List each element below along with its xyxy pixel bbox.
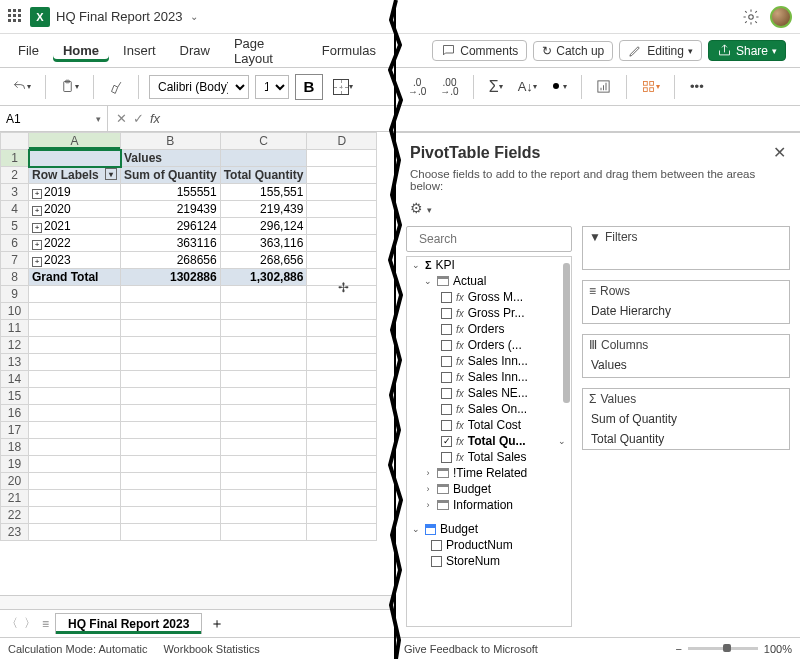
cell[interactable] — [307, 184, 377, 201]
name-box-chevron-icon[interactable]: ▾ — [96, 114, 101, 124]
cell[interactable] — [307, 252, 377, 269]
row-header[interactable]: 13 — [1, 354, 29, 371]
document-title-chevron-icon[interactable]: ⌄ — [190, 11, 198, 22]
formula-input[interactable] — [168, 106, 394, 131]
field-checkbox[interactable] — [441, 372, 452, 383]
decimal-tool-icon[interactable]: .0→.0 — [404, 74, 430, 100]
cell[interactable] — [307, 235, 377, 252]
expand-icon[interactable]: + — [32, 240, 42, 250]
cell[interactable] — [307, 201, 377, 218]
more-commands-button[interactable]: ••• — [685, 74, 709, 100]
row-header[interactable]: 14 — [1, 371, 29, 388]
feedback-link[interactable]: Give Feedback to Microsoft — [404, 643, 538, 655]
values-zone-item[interactable]: Total Quantity — [583, 429, 789, 449]
rows-drop-zone[interactable]: ≡Rows Date Hierarchy — [582, 280, 790, 324]
tab-page-layout[interactable]: Page Layout — [224, 32, 308, 70]
field-checkbox[interactable] — [431, 540, 442, 551]
cell[interactable]: Total Quantity — [220, 167, 307, 184]
cell[interactable]: Values — [121, 150, 221, 167]
rows-zone-item[interactable]: Date Hierarchy — [583, 301, 789, 321]
calc-mode-label[interactable]: Calculation Mode: Automatic — [8, 643, 147, 655]
cell[interactable]: 268656 — [121, 252, 221, 269]
field-search[interactable] — [406, 226, 572, 252]
cell[interactable] — [307, 218, 377, 235]
cell[interactable] — [307, 167, 377, 184]
pivot-pane-settings-icon[interactable]: ⚙ — [410, 200, 423, 216]
tree-scrollbar[interactable] — [563, 263, 570, 403]
bold-button[interactable]: B — [295, 74, 323, 100]
field-checkbox[interactable] — [441, 388, 452, 399]
cell[interactable] — [307, 269, 377, 286]
row-header[interactable]: 4 — [1, 201, 29, 218]
row-header[interactable]: 1 — [1, 150, 29, 167]
field-checkbox[interactable] — [441, 324, 452, 335]
sheet-nav-prev-icon[interactable]: 〈 — [6, 615, 18, 632]
zoom-level-label[interactable]: 100% — [764, 643, 792, 655]
col-header-c[interactable]: C — [220, 133, 307, 150]
col-header-d[interactable]: D — [307, 133, 377, 150]
cell[interactable] — [29, 150, 121, 167]
cell[interactable]: +2022 — [29, 235, 121, 252]
row-header[interactable]: 9 — [1, 286, 29, 303]
cell[interactable]: 1302886 — [121, 269, 221, 286]
cell[interactable]: 268,656 — [220, 252, 307, 269]
undo-button[interactable]: ▾ — [8, 74, 35, 100]
document-title[interactable]: HQ Final Report 2023 — [56, 9, 182, 24]
row-header[interactable]: 23 — [1, 524, 29, 541]
row-header[interactable]: 6 — [1, 235, 29, 252]
row-header[interactable]: 18 — [1, 439, 29, 456]
row-header[interactable]: 12 — [1, 337, 29, 354]
font-size-select[interactable]: 11 — [255, 75, 289, 99]
accept-formula-icon[interactable]: ✓ — [133, 111, 144, 126]
row-header[interactable]: 10 — [1, 303, 29, 320]
all-sheets-icon[interactable]: ≡ — [42, 617, 49, 631]
row-header[interactable]: 21 — [1, 490, 29, 507]
share-button[interactable]: Share▾ — [708, 40, 786, 61]
name-box[interactable]: ▾ — [0, 106, 108, 131]
add-sheet-button[interactable]: ＋ — [208, 615, 226, 633]
tab-draw[interactable]: Draw — [170, 39, 220, 62]
cell[interactable]: +2021 — [29, 218, 121, 235]
expand-icon[interactable]: + — [32, 189, 42, 199]
field-checkbox[interactable] — [441, 356, 452, 367]
expand-icon[interactable]: + — [32, 223, 42, 233]
cell[interactable]: 219,439 — [220, 201, 307, 218]
row-header[interactable]: 22 — [1, 507, 29, 524]
editing-mode-button[interactable]: Editing▾ — [619, 40, 702, 61]
row-header[interactable]: 19 — [1, 456, 29, 473]
horizontal-scrollbar[interactable] — [0, 595, 394, 609]
cell[interactable] — [307, 150, 377, 167]
select-all-corner[interactable] — [1, 133, 29, 150]
tab-file[interactable]: File — [8, 39, 49, 62]
autosum-button[interactable]: Σ▾ — [484, 74, 508, 100]
workbook-stats-label[interactable]: Workbook Statistics — [163, 643, 259, 655]
row-header[interactable]: 16 — [1, 405, 29, 422]
sheet-nav-next-icon[interactable]: 〉 — [24, 615, 36, 632]
expand-icon[interactable]: + — [32, 206, 42, 216]
cell[interactable]: 1,302,886 — [220, 269, 307, 286]
field-list-tree[interactable]: ⌄ΣKPI ⌄Actual fxGross M... fxGross Pr...… — [406, 256, 572, 627]
borders-button[interactable]: ▾ — [329, 74, 357, 100]
spreadsheet-grid[interactable]: A B C D 1 Values 2 Row Labels▾ Sum of Qu… — [0, 132, 394, 595]
cell[interactable]: Sum of Quantity — [121, 167, 221, 184]
cell[interactable]: 296124 — [121, 218, 221, 235]
row-header[interactable]: 20 — [1, 473, 29, 490]
values-drop-zone[interactable]: ΣValues Sum of Quantity Total Quantity — [582, 388, 790, 450]
cancel-formula-icon[interactable]: ✕ — [116, 111, 127, 126]
field-checkbox[interactable] — [441, 292, 452, 303]
field-checkbox[interactable] — [441, 436, 452, 447]
app-launcher-icon[interactable] — [8, 9, 24, 25]
cell[interactable]: +2020 — [29, 201, 121, 218]
cell[interactable]: 363,116 — [220, 235, 307, 252]
user-avatar[interactable] — [770, 6, 792, 28]
field-checkbox[interactable] — [441, 340, 452, 351]
row-header[interactable]: 2 — [1, 167, 29, 184]
values-zone-item[interactable]: Sum of Quantity — [583, 409, 789, 429]
decimal-tool-icon-2[interactable]: .00→.0 — [436, 74, 462, 100]
paste-button[interactable]: ▾ — [56, 74, 83, 100]
name-box-input[interactable] — [0, 112, 80, 126]
row-header[interactable]: 11 — [1, 320, 29, 337]
col-header-a[interactable]: A — [29, 133, 121, 150]
filters-drop-zone[interactable]: ▼Filters — [582, 226, 790, 270]
cell[interactable]: 219439 — [121, 201, 221, 218]
